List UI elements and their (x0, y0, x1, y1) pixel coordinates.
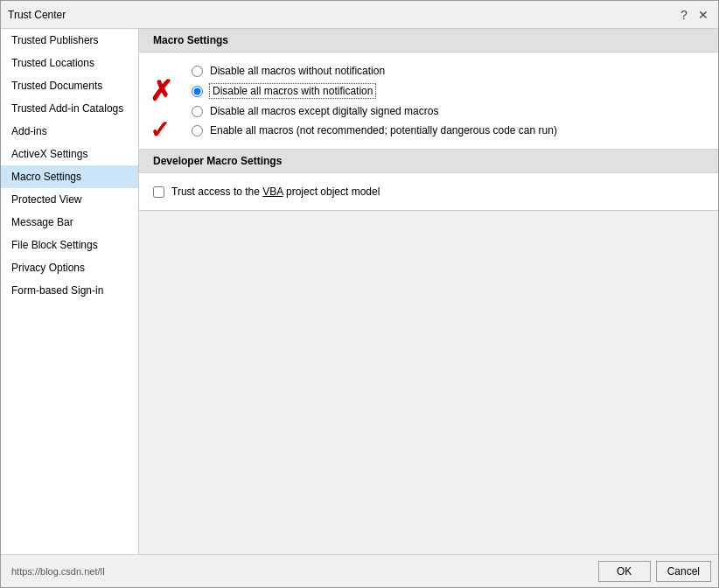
macro-option-2-label: Disable all macros with notification (210, 84, 375, 98)
macro-option-1-radio[interactable] (192, 66, 203, 77)
sidebar-item-trusted-documents[interactable]: Trusted Documents (1, 74, 138, 97)
sidebar-item-trusted-publishers[interactable]: Trusted Publishers (1, 29, 138, 52)
developer-settings-content: Trust access to the VBA project object m… (139, 173, 718, 211)
macro-option-1-label: Disable all macros without notification (210, 65, 385, 77)
macro-option-3-row: Disable all macros except digitally sign… (192, 102, 704, 121)
dialog-footer: https://blog.csdn.net/lI OK Cancel (1, 554, 718, 587)
macro-option-2-radio[interactable] (192, 86, 203, 97)
sidebar-item-protected-view[interactable]: Protected View (1, 188, 138, 211)
macro-option-1-row: Disable all macros without notification (192, 61, 704, 80)
title-bar: Trust Center ? ✕ (1, 1, 718, 29)
macro-settings-content: Disable all macros without notification … (139, 52, 718, 150)
sidebar-item-trusted-add-in-catalogs[interactable]: Trusted Add-in Catalogs (1, 97, 138, 120)
macro-option-3-radio[interactable] (192, 106, 203, 117)
trust-vba-label: Trust access to the VBA project object m… (171, 186, 380, 198)
sidebar-item-activex-settings[interactable]: ActiveX Settings (1, 143, 138, 165)
trust-vba-row: Trust access to the VBA project object m… (153, 182, 704, 201)
sidebar-item-trusted-locations[interactable]: Trusted Locations (1, 52, 138, 74)
macro-option-3-label: Disable all macros except digitally sign… (210, 105, 438, 117)
sidebar-item-privacy-options[interactable]: Privacy Options (1, 256, 138, 279)
sidebar: Trusted PublishersTrusted LocationsTrust… (1, 29, 139, 554)
macro-option-4-radio[interactable] (192, 125, 203, 136)
sidebar-item-file-block-settings[interactable]: File Block Settings (1, 234, 138, 256)
dialog-body: Trusted PublishersTrusted LocationsTrust… (1, 29, 718, 554)
macro-option-4-row: ✓ Enable all macros (not recommended; po… (192, 121, 704, 140)
macro-option-4-label: Enable all macros (not recommended; pote… (210, 124, 557, 136)
close-button[interactable]: ✕ (695, 7, 711, 23)
help-button[interactable]: ? (676, 7, 692, 23)
ok-button[interactable]: OK (598, 561, 651, 582)
macro-settings-header: Macro Settings (139, 29, 718, 52)
main-content: Macro Settings Disable all macros withou… (139, 29, 718, 554)
developer-settings-header: Developer Macro Settings (139, 150, 718, 173)
sidebar-item-message-bar[interactable]: Message Bar (1, 211, 138, 234)
footer-url: https://blog.csdn.net/lI (8, 566, 593, 577)
developer-settings-section: Developer Macro Settings Trust access to… (139, 150, 718, 211)
trust-center-dialog: Trust Center ? ✕ Trusted PublishersTrust… (0, 0, 719, 588)
sidebar-item-macro-settings[interactable]: Macro Settings (1, 165, 138, 188)
dialog-title: Trust Center (8, 9, 66, 21)
sidebar-item-add-ins[interactable]: Add-ins (1, 120, 138, 143)
macro-option-2-row: ✗ Disable all macros with notification (192, 80, 704, 102)
title-bar-controls: ? ✕ (676, 7, 711, 23)
annotation-x-icon: ✗ (150, 77, 173, 105)
sidebar-item-form-based-sign-in[interactable]: Form-based Sign-in (1, 279, 138, 302)
trust-vba-checkbox[interactable] (153, 186, 164, 198)
cancel-button[interactable]: Cancel (656, 561, 711, 582)
annotation-check-icon: ✓ (150, 118, 170, 143)
